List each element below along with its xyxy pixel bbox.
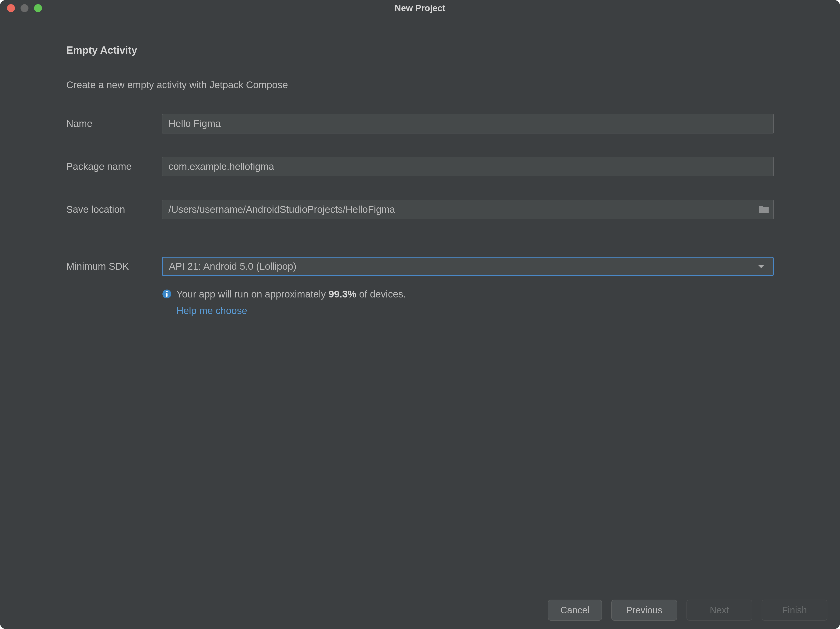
- chevron-down-icon: [758, 265, 764, 268]
- close-icon[interactable]: [7, 4, 15, 12]
- minimum-sdk-value: API 21: Android 5.0 (Lollipop): [169, 261, 296, 272]
- page-heading: Empty Activity: [66, 44, 774, 56]
- cancel-button[interactable]: Cancel: [548, 600, 602, 621]
- help-me-choose-link[interactable]: Help me choose: [177, 303, 406, 318]
- minimum-sdk-select[interactable]: API 21: Android 5.0 (Lollipop): [162, 257, 774, 276]
- sdk-info-before: Your app will run on approximately: [177, 288, 328, 300]
- save-location-input[interactable]: [162, 200, 774, 219]
- package-name-input[interactable]: [162, 157, 774, 177]
- content-area: Empty Activity Create a new empty activi…: [0, 16, 840, 596]
- row-name: Name: [66, 114, 774, 134]
- window-title: New Project: [0, 3, 840, 13]
- label-package-name: Package name: [66, 161, 162, 172]
- next-button[interactable]: Next: [687, 600, 752, 621]
- sdk-info-text: Your app will run on approximately 99.3%…: [177, 287, 406, 318]
- row-package-name: Package name: [66, 157, 774, 177]
- row-minimum-sdk: Minimum SDK API 21: Android 5.0 (Lollipo…: [66, 257, 774, 276]
- svg-point-2: [166, 291, 167, 292]
- footer: Cancel Previous Next Finish: [0, 596, 840, 629]
- previous-button[interactable]: Previous: [611, 600, 677, 621]
- new-project-window: New Project Empty Activity Create a new …: [0, 0, 840, 629]
- sdk-info: Your app will run on approximately 99.3%…: [162, 287, 774, 318]
- name-input[interactable]: [162, 114, 774, 134]
- maximize-icon[interactable]: [34, 4, 42, 12]
- sdk-info-after: of devices.: [356, 288, 406, 300]
- info-icon: [162, 288, 172, 303]
- minimize-icon[interactable]: [21, 4, 28, 12]
- traffic-lights: [7, 4, 42, 12]
- label-minimum-sdk: Minimum SDK: [66, 261, 162, 272]
- folder-icon[interactable]: [758, 204, 769, 214]
- label-name: Name: [66, 118, 162, 129]
- sdk-info-percent: 99.3%: [328, 288, 356, 300]
- page-subtitle: Create a new empty activity with Jetpack…: [66, 79, 774, 90]
- label-save-location: Save location: [66, 204, 162, 215]
- titlebar: New Project: [0, 0, 840, 16]
- finish-button[interactable]: Finish: [762, 600, 827, 621]
- row-save-location: Save location: [66, 200, 774, 219]
- svg-rect-1: [166, 293, 167, 297]
